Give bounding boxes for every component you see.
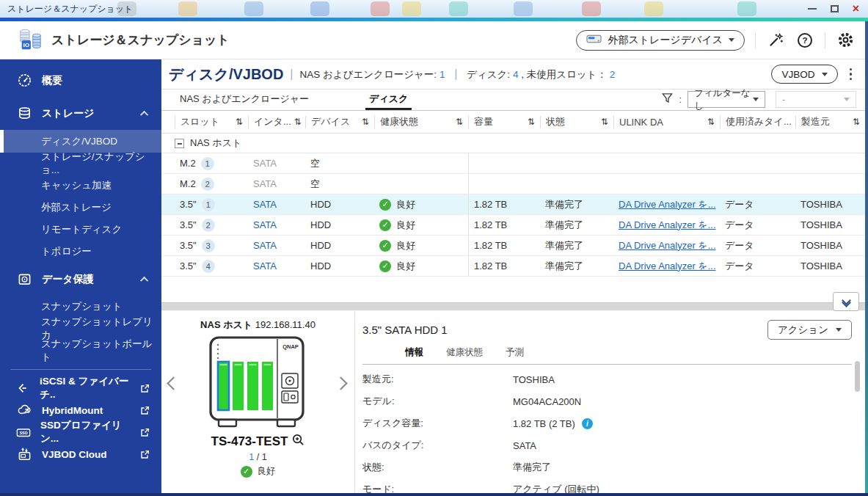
enclosure-pagination: 1 / 1 bbox=[161, 452, 354, 462]
sort-icon[interactable]: ⇅ bbox=[598, 117, 608, 127]
detail-section: NAS ホスト 192.168.11.40 QNAP bbox=[161, 311, 865, 493]
sidebar-item-snapshot-vault[interactable]: スナップショットボールト bbox=[0, 340, 161, 362]
info-icon[interactable]: i bbox=[582, 418, 593, 429]
sidebar-item-storage-snapshot[interactable]: ストレージ/スナップショ... bbox=[0, 153, 161, 175]
sidebar-item-hybridmount[interactable]: HybridMount bbox=[0, 399, 161, 421]
filter-select[interactable]: フィルターなし bbox=[688, 91, 765, 108]
cell-device: HDD bbox=[305, 194, 374, 214]
view-tab-nas-and-enclosure[interactable]: NAS およびエンクロージャー bbox=[176, 92, 313, 110]
vjbod-button[interactable]: VJBOD bbox=[771, 65, 837, 84]
sidebar: 概要ストレージディスク/VJBODストレージ/スナップショ...キャッシュ加速外… bbox=[0, 59, 161, 493]
cell-status bbox=[540, 174, 613, 194]
sort-icon[interactable]: ⇅ bbox=[453, 117, 463, 127]
sort-icon[interactable]: ⇅ bbox=[359, 117, 369, 127]
action-button[interactable]: アクション bbox=[767, 320, 852, 340]
column-header-3[interactable]: デバイス⇅ bbox=[305, 116, 374, 128]
da-drive-analyzer-link[interactable]: DA Drive Analyzer を... bbox=[619, 198, 716, 211]
column-header-4[interactable]: 健康状態⇅ bbox=[374, 116, 468, 128]
disk-row-M.2-1[interactable]: M.21SATA空 bbox=[161, 153, 865, 174]
more-options-kebab-icon[interactable] bbox=[844, 65, 858, 84]
panel-splitter[interactable] bbox=[161, 302, 865, 311]
qnap-logo: QNAP bbox=[282, 343, 299, 350]
enclosure-health-label: 良好 bbox=[258, 465, 276, 478]
sidebar-item-label: リモートディスク bbox=[41, 223, 122, 236]
nas-device-illustration[interactable]: QNAP bbox=[208, 335, 308, 432]
detail-tab-health-status[interactable]: 健康状態 bbox=[446, 346, 483, 359]
sidebar-item-external-storage[interactable]: 外部ストレージ bbox=[0, 197, 161, 219]
health-check-icon: ✓ bbox=[241, 466, 252, 478]
slot-number-badge: 3 bbox=[202, 239, 215, 252]
slot-type: 3.5" bbox=[180, 219, 197, 230]
column-header-9[interactable]: 製造元⇅ bbox=[795, 116, 865, 128]
wizard-wand-icon[interactable] bbox=[766, 31, 785, 50]
maximize-button[interactable] bbox=[831, 5, 839, 12]
sidebar-item-vjbod-cloud[interactable]: VJBOD Cloud bbox=[0, 443, 161, 465]
column-label: インタ... bbox=[254, 116, 291, 128]
column-header-5[interactable]: 容量⇅ bbox=[468, 116, 540, 128]
filter-funnel-icon bbox=[662, 92, 673, 106]
table-group-row-nas-host[interactable]: NAS ホスト bbox=[161, 134, 865, 153]
column-header-7[interactable]: ULINK DA⇅ bbox=[613, 116, 720, 128]
collapse-group-icon[interactable] bbox=[175, 139, 184, 148]
sidebar-item-topology[interactable]: トポロジー bbox=[0, 241, 161, 263]
carousel-previous-icon[interactable] bbox=[167, 376, 180, 390]
view-tab-disks[interactable]: ディスク bbox=[365, 92, 412, 110]
sort-icon[interactable]: ⇅ bbox=[850, 117, 860, 127]
disk-row-M.2-2[interactable]: M.22SATA空 bbox=[161, 174, 865, 194]
collapse-detail-panel-button[interactable] bbox=[833, 292, 859, 311]
disk-row-3.5-1[interactable]: 3.5"1SATAHDD✓良好1.82 TB準備完了DA Drive Analy… bbox=[161, 194, 865, 215]
sidebar-item-disk-vjbod[interactable]: ディスク/VJBOD bbox=[0, 130, 161, 153]
cell-status: 準備完了 bbox=[540, 256, 613, 276]
sort-icon[interactable]: ⇅ bbox=[704, 117, 715, 127]
sidebar-item-ssd-profiling[interactable]: SSDSSDプロファイリン... bbox=[0, 421, 161, 443]
zoom-magnifier-icon[interactable] bbox=[292, 434, 304, 450]
sidebar-item-snapshot[interactable]: スナップショット bbox=[0, 296, 161, 318]
free-slots-label: , 未使用スロット： bbox=[521, 69, 607, 80]
health-check-icon: ✓ bbox=[379, 240, 391, 252]
column-label: デバイス bbox=[311, 116, 350, 128]
help-icon[interactable]: ? bbox=[795, 31, 814, 50]
sort-icon[interactable]: ⇅ bbox=[233, 117, 243, 127]
settings-gear-icon[interactable] bbox=[836, 31, 855, 50]
da-drive-analyzer-link[interactable]: DA Drive Analyzer を... bbox=[619, 260, 716, 273]
close-button[interactable]: × bbox=[853, 4, 859, 14]
cell-capacity: 1.82 TB bbox=[468, 256, 540, 276]
disk-row-3.5-3[interactable]: 3.5"3SATAHDD✓良好1.82 TB準備完了DA Drive Analy… bbox=[161, 236, 865, 256]
disk-row-3.5-2[interactable]: 3.5"2SATAHDD✓良好1.82 TB準備完了DA Drive Analy… bbox=[161, 215, 865, 236]
minimize-button[interactable] bbox=[808, 8, 817, 10]
enclosure-name: TS-473-TEST bbox=[211, 434, 288, 449]
device-button-label: 外部ストレージデバイス bbox=[608, 34, 723, 47]
sidebar-item-cache-acceleration[interactable]: キャッシュ加速 bbox=[0, 175, 161, 197]
sort-icon[interactable]: ⇅ bbox=[525, 117, 535, 127]
column-header-6[interactable]: 状態⇅ bbox=[540, 116, 613, 128]
sidebar-item-overview[interactable]: 概要 bbox=[0, 64, 161, 97]
sidebar-item-data-protection[interactable]: データ保護 bbox=[0, 263, 161, 296]
disk-row-3.5-4[interactable]: 3.5"4SATAHDD✓良好1.82 TB準備完了DA Drive Analy… bbox=[161, 256, 865, 277]
nas-host-ip: 192.168.11.40 bbox=[255, 319, 316, 330]
column-header-8[interactable]: 使用済みタイ... bbox=[720, 116, 795, 128]
filter-secondary-select[interactable]: - bbox=[776, 91, 856, 108]
table-header-row: スロット⇅インタ...⇅デバイス⇅健康状態⇅容量⇅状態⇅ULINK DA⇅使用済… bbox=[161, 111, 865, 134]
iscsi-icon bbox=[16, 382, 30, 395]
sidebar-item-storage[interactable]: ストレージ bbox=[0, 97, 161, 130]
detail-scrollbar-thumb[interactable] bbox=[855, 361, 860, 392]
sidebar-item-remote-disk[interactable]: リモートディスク bbox=[0, 219, 161, 241]
slot-type: M.2 bbox=[180, 178, 196, 189]
data-protect-icon bbox=[16, 272, 32, 286]
sidebar-item-label: iSCSI & ファイバーチ.. bbox=[40, 375, 131, 401]
slot-number-badge: 4 bbox=[202, 260, 215, 273]
sidebar-item-iscsi-fibre-channel[interactable]: iSCSI & ファイバーチ.. bbox=[0, 377, 161, 399]
da-drive-analyzer-link[interactable]: DA Drive Analyzer を... bbox=[619, 219, 716, 232]
column-header-1[interactable]: スロット⇅ bbox=[175, 116, 248, 128]
column-header-2[interactable]: インタ...⇅ bbox=[248, 116, 305, 128]
cell-used-type: データ bbox=[720, 256, 795, 276]
detail-tab-info[interactable]: 情報 bbox=[405, 346, 423, 359]
da-drive-analyzer-link[interactable]: DA Drive Analyzer を... bbox=[619, 239, 716, 252]
detail-tab-prediction[interactable]: 予測 bbox=[506, 346, 524, 359]
sidebar-item-snapshot-replica[interactable]: スナップショットレプリカ bbox=[0, 318, 161, 340]
external-storage-device-button[interactable]: 外部ストレージデバイス bbox=[576, 30, 745, 51]
sort-icon[interactable]: ⇅ bbox=[291, 117, 302, 127]
svg-text:IO: IO bbox=[23, 42, 29, 48]
sidebar-divider bbox=[10, 369, 151, 370]
carousel-next-icon[interactable] bbox=[334, 376, 347, 390]
